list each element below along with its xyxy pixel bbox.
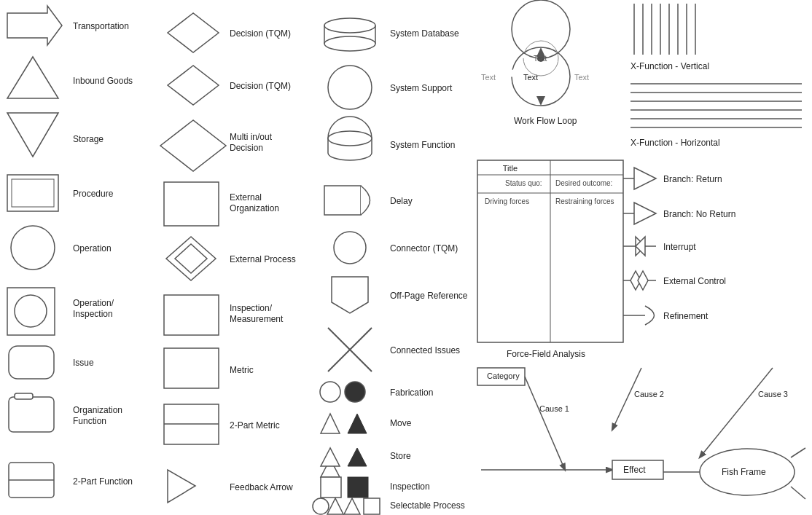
svg-rect-8 [9, 346, 54, 379]
branch-no-return-label: Branch: No Return [663, 209, 735, 219]
svg-rect-42 [321, 477, 341, 498]
force-field-label: Force-Field Analysis [507, 349, 585, 359]
category-label: Category [487, 371, 520, 380]
svg-point-29 [328, 131, 372, 146]
main-page: Transportation Inbound Goods Storage Pro… [0, 0, 812, 515]
issue-label: Issue [73, 358, 94, 368]
svg-point-35 [320, 382, 340, 402]
org-function-label: Organization [73, 405, 122, 415]
external-control-label: External Control [663, 276, 726, 286]
fabrication-label: Fabrication [390, 388, 433, 398]
inspection-meas-label2: Measurement [230, 314, 284, 324]
off-page-ref-label: Off-Page Reference [390, 291, 468, 301]
decision-tqm2-label: Decision (TQM) [230, 81, 291, 91]
workflow-right-text: Text [574, 73, 589, 82]
connector-tqm-label: Connector (TQM) [390, 243, 458, 253]
ff-restraining: Restraining forces [555, 197, 614, 205]
system-function-label: System Function [390, 140, 455, 150]
move-label: Move [390, 418, 412, 428]
2part-function-label: 2-Part Function [73, 476, 133, 487]
ff-title: Title [503, 164, 518, 173]
operation-label: Operation [73, 243, 112, 253]
svg-marker-13 [168, 13, 219, 52]
svg-line-89 [525, 377, 565, 470]
svg-line-90 [612, 368, 641, 430]
effect-label: Effect [623, 465, 646, 475]
svg-marker-1 [7, 57, 58, 98]
svg-rect-4 [12, 179, 54, 207]
transportation-label: Transportation [73, 21, 129, 31]
decision-tqm1-label: Decision (TQM) [230, 28, 291, 39]
svg-marker-32 [332, 277, 368, 313]
svg-marker-38 [348, 414, 367, 433]
svg-rect-20 [164, 348, 219, 388]
branch-return-label: Branch: Return [663, 174, 722, 184]
selectable-process-label: Selectable Process [390, 500, 465, 511]
workflow-center-text: Text [523, 73, 538, 82]
svg-point-28 [328, 66, 372, 109]
svg-marker-50 [536, 96, 545, 106]
svg-point-36 [345, 382, 365, 402]
svg-point-5 [11, 226, 55, 270]
svg-marker-14 [168, 66, 219, 105]
store-label: Store [390, 451, 411, 461]
svg-marker-37 [321, 414, 340, 433]
svg-marker-45 [327, 498, 343, 514]
operation-inspection-label2: Inspection [73, 309, 113, 319]
cause2-label: Cause 2 [634, 390, 664, 398]
svg-line-91 [700, 368, 773, 457]
svg-rect-16 [164, 182, 219, 226]
external-process-label: External Process [230, 254, 296, 264]
svg-line-87 [791, 487, 805, 499]
svg-marker-15 [160, 120, 226, 171]
svg-marker-2 [7, 113, 58, 157]
metric-label: Metric [230, 365, 254, 375]
svg-point-27 [324, 36, 375, 51]
svg-marker-73 [634, 203, 656, 224]
system-database-label: System Database [390, 28, 459, 39]
svg-point-44 [313, 498, 329, 514]
inbound-goods-label: Inbound Goods [73, 76, 133, 86]
connected-issues-label: Connected Issues [390, 345, 460, 355]
svg-marker-23 [168, 470, 195, 503]
ff-desired: Desired outcome: [555, 179, 612, 187]
external-org-label: External [230, 192, 262, 203]
refinement-label: Refinement [663, 311, 708, 321]
svg-rect-47 [364, 498, 380, 514]
svg-marker-0 [7, 6, 62, 45]
svg-rect-19 [164, 295, 219, 335]
interrupt-label: Interrupt [663, 242, 696, 252]
feedback-arrow-label: Feedback Arrow [230, 482, 293, 492]
workflow-loop-label: Work Flow Loop [514, 116, 577, 126]
cause3-label: Cause 3 [758, 390, 788, 398]
inspection-meas-label: Inspection/ [230, 303, 273, 313]
workflow-left-text: Text [481, 73, 496, 82]
multi-inout-label2: Decision [230, 143, 263, 153]
multi-inout-label: Multi in/out [230, 132, 273, 142]
svg-point-7 [15, 295, 47, 327]
svg-rect-30 [324, 186, 361, 215]
fish-frame-label: Fish Frame [722, 467, 766, 477]
xfunc-vertical-label: X-Function - Vertical [631, 61, 709, 71]
svg-rect-9 [9, 397, 54, 432]
external-org-label2: Organization [230, 203, 279, 213]
svg-marker-40 [321, 448, 340, 466]
svg-marker-41 [348, 448, 367, 466]
2part-metric-label: 2-Part Metric [230, 420, 280, 431]
operation-inspection-label: Operation/ [73, 298, 114, 308]
system-support-label: System Support [390, 83, 453, 93]
svg-marker-46 [344, 498, 360, 514]
org-function-label2: Function [73, 416, 106, 426]
svg-marker-80 [638, 271, 648, 290]
svg-marker-71 [634, 168, 656, 189]
delay-label: Delay [390, 196, 413, 206]
ff-driving: Driving forces [485, 197, 529, 205]
ff-statusquo: Status quo: [505, 179, 542, 187]
cause1-label: Cause 1 [539, 404, 569, 413]
svg-rect-10 [15, 393, 33, 399]
procedure-label: Procedure [73, 189, 114, 199]
xfunc-horiz-label: X-Function - Horizontal [631, 138, 720, 148]
storage-label: Storage [73, 134, 104, 144]
svg-point-24 [324, 18, 375, 33]
svg-rect-43 [348, 477, 368, 498]
